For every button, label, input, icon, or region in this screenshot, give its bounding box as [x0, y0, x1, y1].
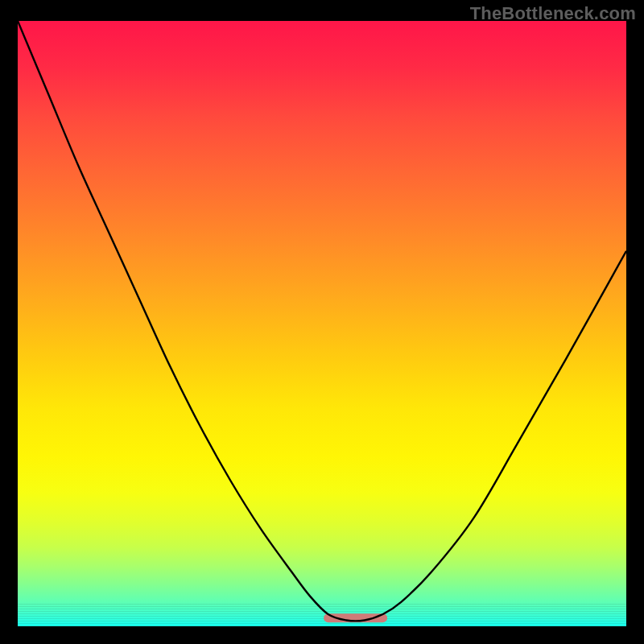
curve-svg — [18, 21, 626, 626]
bottleneck-curve-line — [18, 21, 626, 621]
chart-frame: TheBottleneck.com — [0, 0, 644, 644]
plot-area — [18, 21, 626, 626]
watermark-text: TheBottleneck.com — [470, 3, 636, 24]
